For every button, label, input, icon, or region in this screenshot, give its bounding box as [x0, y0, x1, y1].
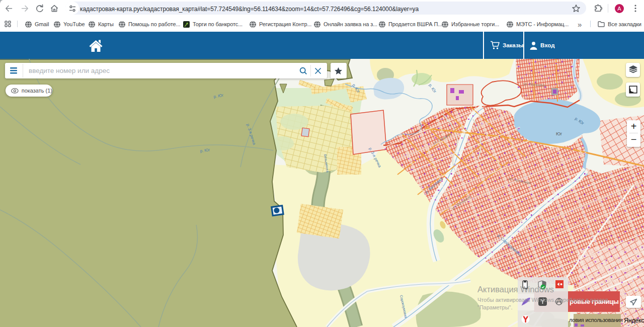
- svg-text:Юг: Юг: [556, 131, 562, 136]
